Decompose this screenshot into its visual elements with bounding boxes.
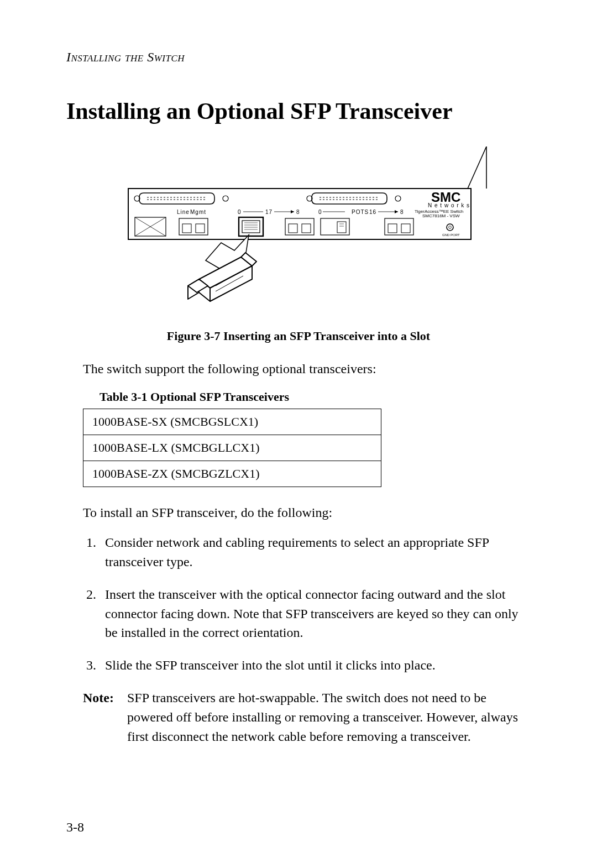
- lead-text: To install an SFP transceiver, do the fo…: [83, 504, 531, 522]
- table-cell: 1000BASE-LX (SMCBGLLCX1): [83, 435, 381, 461]
- table-cell: 1000BASE-ZX (SMCBGZLCX1): [83, 461, 381, 487]
- svg-text:SMC7816M - VSW: SMC7816M - VSW: [422, 213, 460, 218]
- note-block: Note: SFP transceivers are hot-swappable…: [83, 688, 531, 746]
- svg-text:0: 0: [238, 209, 242, 215]
- sfp-table: 1000BASE-SX (SMCBGSLCX1) 1000BASE-LX (SM…: [83, 409, 381, 487]
- table-row: 1000BASE-ZX (SMCBGZLCX1): [83, 461, 381, 487]
- svg-text:N e t w o r k s: N e t w o r k s: [428, 202, 470, 208]
- svg-line-1: [468, 147, 486, 189]
- page-number: 3-8: [66, 820, 84, 835]
- table-row: 1000BASE-SX (SMCBGSLCX1): [83, 409, 381, 435]
- intro-text: The switch support the following optiona…: [83, 360, 531, 379]
- svg-text:16: 16: [369, 209, 376, 215]
- svg-text:17: 17: [265, 209, 273, 215]
- svg-text:0: 0: [318, 209, 322, 215]
- table-row: 1000BASE-LX (SMCBGLLCX1): [83, 435, 381, 461]
- svg-text:Mgmt: Mgmt: [190, 209, 206, 215]
- note-text: SFP transceivers are hot-swappable. The …: [127, 688, 531, 746]
- table-cell: 1000BASE-SX (SMCBGSLCX1): [83, 409, 381, 435]
- svg-text:Line: Line: [177, 209, 190, 215]
- svg-text:GND PORT: GND PORT: [442, 233, 460, 237]
- figure-caption: Figure 3-7 Inserting an SFP Transceiver …: [66, 329, 531, 343]
- steps-list: Consider network and cabling requirement…: [83, 533, 531, 675]
- note-label: Note:: [83, 688, 127, 746]
- page: Installing the Switch Installing an Opti…: [0, 0, 597, 868]
- running-head: Installing the Switch: [66, 50, 531, 65]
- list-item: Slide the SFP transceiver into the slot …: [100, 656, 531, 675]
- list-item: Insert the transceiver with the optical …: [100, 585, 531, 642]
- svg-text:8: 8: [296, 209, 300, 215]
- svg-text:8: 8: [400, 209, 404, 215]
- svg-text:POTS: POTS: [352, 209, 369, 215]
- figure: SMC N e t w o r k s TigerAccess™EE Switc…: [66, 147, 531, 343]
- sfp-insertion-diagram: SMC N e t w o r k s TigerAccess™EE Switc…: [66, 147, 531, 323]
- svg-rect-32: [242, 221, 260, 233]
- table-caption: Table 3-1 Optional SFP Transceivers: [100, 390, 531, 404]
- section-title: Installing an Optional SFP Transceiver: [66, 98, 531, 124]
- list-item: Consider network and cabling requirement…: [100, 533, 531, 572]
